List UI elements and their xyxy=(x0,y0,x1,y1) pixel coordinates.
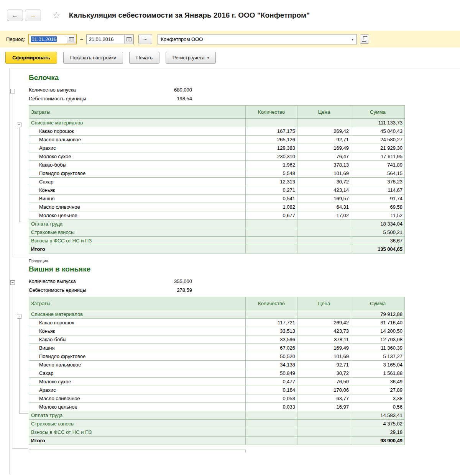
cell-empty[interactable] xyxy=(297,420,351,428)
material-price[interactable]: 16,97 xyxy=(297,403,351,411)
material-price[interactable]: 92,71 xyxy=(297,361,351,369)
material-price[interactable]: 92,71 xyxy=(297,136,351,144)
material-qty[interactable]: 0,053 xyxy=(246,394,297,403)
print-button[interactable]: Печать xyxy=(129,52,159,64)
material-price[interactable]: 169,49 xyxy=(297,344,351,352)
material-sum[interactable]: 12 703,08 xyxy=(351,335,405,344)
show-settings-button[interactable]: Показать настройки xyxy=(63,52,123,64)
cost-item-sum[interactable]: 18 334,04 xyxy=(351,220,405,228)
material-price[interactable]: 378,11 xyxy=(297,335,351,344)
cost-item-label[interactable]: Взносы в ФСС от НС и ПЗ xyxy=(29,237,246,245)
material-sum[interactable]: 741,89 xyxy=(351,161,405,169)
cost-item-label[interactable]: Оплата труда xyxy=(29,411,246,420)
material-sum[interactable]: 11,52 xyxy=(351,211,405,220)
date-to-field[interactable]: 31.01.2016 xyxy=(86,34,134,44)
material-name[interactable]: Масло сливочное xyxy=(29,203,246,211)
material-name[interactable]: Сахар xyxy=(29,178,246,186)
material-qty[interactable]: 0,541 xyxy=(246,195,297,203)
material-qty[interactable]: 34,138 xyxy=(246,361,297,369)
material-price[interactable]: 30,72 xyxy=(297,178,351,186)
material-name[interactable]: Масло сливочное xyxy=(29,394,246,403)
material-name[interactable]: Повидло фруктовое xyxy=(29,169,246,178)
material-name[interactable]: Масло пальмовое xyxy=(29,361,246,369)
material-qty[interactable]: 1,962 xyxy=(246,161,297,169)
cell-empty[interactable] xyxy=(246,228,297,237)
material-qty[interactable]: 167,175 xyxy=(246,127,297,136)
material-qty[interactable]: 230,310 xyxy=(246,152,297,161)
material-sum[interactable]: 14 200,50 xyxy=(351,327,405,335)
material-qty[interactable]: 0,477 xyxy=(246,378,297,386)
material-price[interactable]: 423,14 xyxy=(297,186,351,195)
back-button[interactable]: ← xyxy=(7,10,23,21)
material-sum[interactable]: 1 561,88 xyxy=(351,369,405,378)
cost-item-label[interactable]: Оплата труда xyxy=(29,220,246,228)
material-name[interactable]: Молоко цельное xyxy=(29,403,246,411)
date-from-calendar-button[interactable] xyxy=(67,34,76,44)
column-header[interactable]: Сумма xyxy=(351,106,405,119)
material-name[interactable]: Арахис xyxy=(29,386,246,394)
material-price[interactable]: 30,72 xyxy=(297,369,351,378)
material-price[interactable]: 17,02 xyxy=(297,211,351,220)
cell-empty[interactable] xyxy=(297,411,351,420)
material-qty[interactable]: 0,271 xyxy=(246,186,297,195)
material-qty[interactable]: 12,313 xyxy=(246,178,297,186)
material-price[interactable]: 64,31 xyxy=(297,203,351,211)
total-sum[interactable]: 98 900,49 xyxy=(351,437,405,445)
cost-item-sum[interactable]: 4 375,02 xyxy=(351,420,405,428)
material-group-label[interactable]: Списание материалов xyxy=(29,310,246,319)
cell-empty[interactable] xyxy=(297,237,351,245)
material-name[interactable]: Коньяк xyxy=(29,327,246,335)
cell-empty[interactable] xyxy=(297,437,351,445)
column-header[interactable]: Сумма xyxy=(351,297,405,310)
cost-item-sum[interactable]: 5 500,21 xyxy=(351,228,405,237)
material-price[interactable]: 169,57 xyxy=(297,195,351,203)
section-collapse-toggle[interactable]: − xyxy=(10,280,15,285)
cell-empty[interactable] xyxy=(246,119,297,127)
material-name[interactable]: Какао-бобы xyxy=(29,335,246,344)
material-name[interactable]: Молоко сухое xyxy=(29,378,246,386)
material-qty[interactable]: 50,849 xyxy=(246,369,297,378)
cost-item-label[interactable]: Страховые взносы xyxy=(29,228,246,237)
material-sum[interactable]: 114,67 xyxy=(351,186,405,195)
cell-empty[interactable] xyxy=(246,411,297,420)
material-sum[interactable]: 69,58 xyxy=(351,203,405,211)
cost-item-label[interactable]: Страховые взносы xyxy=(29,420,246,428)
column-header[interactable]: Цена xyxy=(297,297,351,310)
material-sum[interactable]: 27,89 xyxy=(351,386,405,394)
column-header[interactable]: Цена xyxy=(297,106,351,119)
material-price[interactable]: 269,42 xyxy=(297,319,351,327)
materials-collapse-toggle[interactable]: − xyxy=(17,314,21,319)
forward-button[interactable]: → xyxy=(25,10,41,21)
cell-empty[interactable] xyxy=(246,420,297,428)
material-group-label[interactable]: Списание материалов xyxy=(29,119,246,127)
material-name[interactable]: Какао порошок xyxy=(29,319,246,327)
cell-empty[interactable] xyxy=(246,310,297,319)
material-sum[interactable]: 31 716,40 xyxy=(351,319,405,327)
total-label[interactable]: Итого xyxy=(29,245,246,254)
material-group-sum[interactable]: 111 133,73 xyxy=(351,119,405,127)
material-price[interactable]: 423,73 xyxy=(297,327,351,335)
material-name[interactable]: Вишня xyxy=(29,344,246,352)
column-header[interactable]: Количество xyxy=(246,297,297,310)
material-sum[interactable]: 11 360,39 xyxy=(351,344,405,352)
material-sum[interactable]: 378,23 xyxy=(351,178,405,186)
material-sum[interactable]: 0,56 xyxy=(351,403,405,411)
material-sum[interactable]: 564,15 xyxy=(351,169,405,178)
materials-collapse-toggle[interactable]: − xyxy=(17,123,21,127)
material-sum[interactable]: 3,38 xyxy=(351,394,405,403)
material-qty[interactable]: 67,026 xyxy=(246,344,297,352)
material-sum[interactable]: 3 165,04 xyxy=(351,361,405,369)
cell-empty[interactable] xyxy=(297,310,351,319)
material-price[interactable]: 378,13 xyxy=(297,161,351,169)
register-menu-button[interactable]: Регистр учета ▾ xyxy=(166,52,216,64)
material-price[interactable]: 63,77 xyxy=(297,394,351,403)
material-name[interactable]: Арахис xyxy=(29,144,246,152)
date-from-field[interactable]: 01.01.2016 xyxy=(28,34,77,44)
cell-empty[interactable] xyxy=(246,245,297,254)
material-name[interactable]: Масло пальмовое xyxy=(29,136,246,144)
material-sum[interactable]: 24 580,27 xyxy=(351,136,405,144)
cell-empty[interactable] xyxy=(246,428,297,437)
material-price[interactable]: 170,06 xyxy=(297,386,351,394)
material-qty[interactable]: 33,596 xyxy=(246,335,297,344)
material-sum[interactable]: 17 611,95 xyxy=(351,152,405,161)
